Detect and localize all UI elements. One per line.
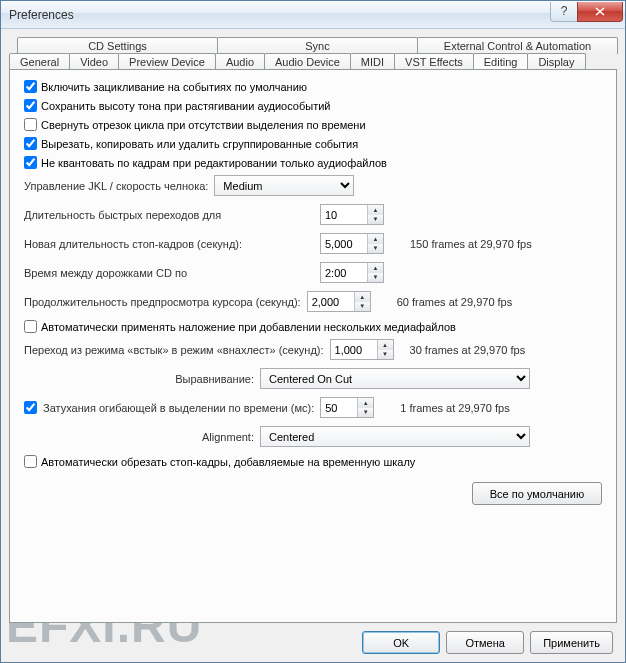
label-preserve-pitch: Сохранить высоту тона при растягивании а… xyxy=(41,100,330,112)
tab-row-2: General Video Preview Device Audio Audio… xyxy=(9,53,617,70)
input-cd-time[interactable]: ▲▼ xyxy=(320,262,384,283)
label-alignment-2: Alignment: xyxy=(24,431,254,443)
tabs-container: CD Settings Sync External Control & Auto… xyxy=(9,37,617,623)
tab-audio[interactable]: Audio xyxy=(215,53,265,70)
check-collapse-loop[interactable] xyxy=(24,118,37,131)
close-icon xyxy=(595,7,605,16)
input-cursor-preview[interactable]: ▲▼ xyxy=(307,291,371,312)
spin-down-icon[interactable]: ▼ xyxy=(368,215,383,225)
cancel-button[interactable]: Отмена xyxy=(446,631,524,654)
hint-cutto: 30 frames at 29,970 fps xyxy=(410,344,526,356)
apply-button[interactable]: Применить xyxy=(530,631,613,654)
tab-vst-effects[interactable]: VST Effects xyxy=(394,53,474,70)
label-cut-copy-delete: Вырезать, копировать или удалить сгруппи… xyxy=(41,138,358,150)
help-button[interactable]: ? xyxy=(550,2,578,22)
window-title: Preferences xyxy=(9,8,551,22)
select-alignment-1[interactable]: Centered On Cut xyxy=(260,368,530,389)
tab-display[interactable]: Display xyxy=(527,53,585,70)
titlebar: Preferences ? xyxy=(1,1,625,29)
tab-midi[interactable]: MIDI xyxy=(350,53,395,70)
input-cut-to-overlap[interactable]: ▲▼ xyxy=(330,339,394,360)
tab-audio-device[interactable]: Audio Device xyxy=(264,53,351,70)
hint-fade: 1 frames at 29,970 fps xyxy=(400,402,509,414)
label-alignment-1: Выравнивание: xyxy=(24,373,254,385)
label-collapse-loop: Свернуть отрезок цикла при отсутствии вы… xyxy=(41,119,366,131)
check-enable-looping[interactable] xyxy=(24,80,37,93)
label-no-quantize: Не квантовать по кадрам при редактирован… xyxy=(41,157,387,169)
check-cut-copy-delete[interactable] xyxy=(24,137,37,150)
select-alignment-2[interactable]: Centered xyxy=(260,426,530,447)
hint-cursor: 60 frames at 29,970 fps xyxy=(397,296,513,308)
select-jkl-speed[interactable]: Medium xyxy=(214,175,354,196)
input-still-length[interactable]: ▲▼ xyxy=(320,233,384,254)
window-controls: ? xyxy=(551,2,623,22)
input-quickfade[interactable]: ▲▼ xyxy=(320,204,384,225)
check-no-quantize[interactable] xyxy=(24,156,37,169)
check-envelope-fade[interactable] xyxy=(24,401,37,414)
spin-up-icon[interactable]: ▲ xyxy=(368,205,383,215)
hint-still: 150 frames at 29,970 fps xyxy=(410,238,532,250)
label-jkl: Управление JKL / скорость челнока: xyxy=(24,180,208,192)
preferences-window: Preferences ? CD Settings Sync External … xyxy=(0,0,626,663)
close-button[interactable] xyxy=(577,2,623,22)
label-auto-overlap: Автоматически применять наложение при до… xyxy=(41,321,456,333)
tab-cd-settings[interactable]: CD Settings xyxy=(17,37,218,54)
tab-sync[interactable]: Sync xyxy=(217,37,418,54)
input-envelope-fade[interactable]: ▲▼ xyxy=(320,397,374,418)
label-cd-time: Время между дорожками CD по xyxy=(24,267,314,279)
label-quickfade: Длительность быстрых переходов для xyxy=(24,209,314,221)
tab-editing[interactable]: Editing xyxy=(473,53,529,70)
tab-external-control[interactable]: External Control & Automation xyxy=(417,37,618,54)
content-area: CD Settings Sync External Control & Auto… xyxy=(1,29,625,662)
check-preserve-pitch[interactable] xyxy=(24,99,37,112)
check-auto-trim-stills[interactable] xyxy=(24,455,37,468)
label-cut-to-overlap: Переход из режима «встык» в режим «внахл… xyxy=(24,344,324,356)
tab-preview-device[interactable]: Preview Device xyxy=(118,53,216,70)
dialog-buttons: OK Отмена Применить xyxy=(9,623,617,654)
label-still-length: Новая длительность стоп-кадров (секунд): xyxy=(24,238,314,250)
label-envelope-fade: Затухания огибающей в выделении по време… xyxy=(43,402,314,414)
ok-button[interactable]: OK xyxy=(362,631,440,654)
tab-panel-editing: Включить зацикливание на событиях по умо… xyxy=(9,69,617,623)
label-auto-trim-stills: Автоматически обрезать стоп-кадры, добав… xyxy=(41,456,415,468)
label-cursor-preview: Продолжительность предпросмотра курсора … xyxy=(24,296,301,308)
tab-video[interactable]: Video xyxy=(69,53,119,70)
defaults-button[interactable]: Все по умолчанию xyxy=(472,482,602,505)
label-enable-looping: Включить зацикливание на событиях по умо… xyxy=(41,81,307,93)
tab-row-1: CD Settings Sync External Control & Auto… xyxy=(17,37,617,54)
check-auto-overlap[interactable] xyxy=(24,320,37,333)
tab-general[interactable]: General xyxy=(9,53,70,70)
